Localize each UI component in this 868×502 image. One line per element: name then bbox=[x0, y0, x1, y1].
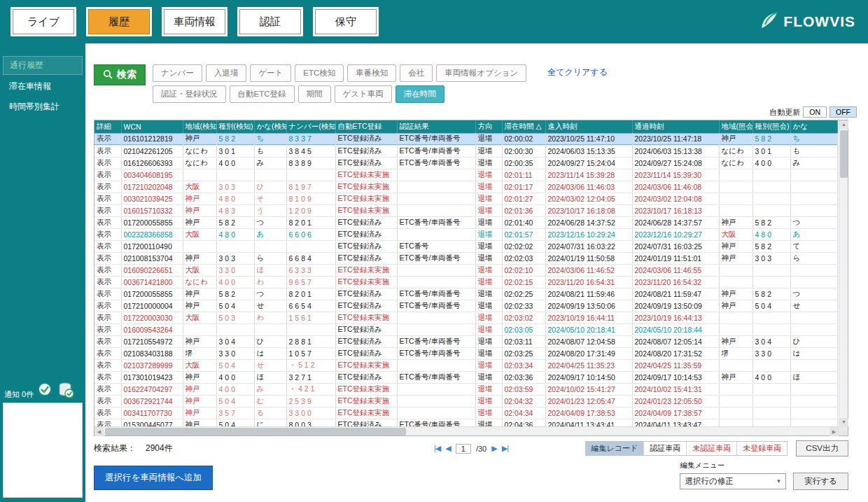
col-pass-time[interactable]: 通過時刻 bbox=[632, 120, 719, 133]
filter-button-auth-registration[interactable]: 認証・登録状況 bbox=[153, 85, 226, 103]
pager-prev-button[interactable]: ◀ bbox=[445, 444, 450, 453]
horizontal-scrollbar[interactable]: ◀ ▶ bbox=[94, 426, 839, 435]
detail-link[interactable]: 表示 bbox=[94, 276, 121, 288]
table-row[interactable]: 表示003672921744神戸504む2539ETC登録未実施退場02:04:… bbox=[94, 395, 838, 407]
col-kana-ref[interactable]: かな bbox=[790, 120, 838, 133]
filter-button-guest-vehicle[interactable]: ゲスト車両 bbox=[335, 85, 392, 103]
table-row[interactable]: 表示017200055855神戸582つ8201ETC登録済みETC番号/車両番… bbox=[94, 288, 838, 300]
filter-button-period[interactable]: 期間 bbox=[298, 85, 331, 103]
col-auth-result[interactable]: 認証結果 bbox=[397, 120, 475, 133]
add-to-vehicle-info-button[interactable]: 選択行を車両情報へ追加 bbox=[94, 466, 213, 490]
col-type-ref[interactable]: 種別(照会) bbox=[752, 120, 790, 133]
col-kana-detected[interactable]: かな(検知) bbox=[254, 120, 286, 133]
table-row[interactable]: 表示016090226651大阪330ほ6333ETC登録未実施退場02:02:… bbox=[94, 264, 838, 276]
filter-button-entry-exit[interactable]: 入退場 bbox=[206, 64, 247, 82]
table-row[interactable]: 表示002328366858大阪480あ6606ETC登録済み退場02:01:5… bbox=[94, 228, 838, 240]
table-row[interactable]: 表示017210000004神戸504せ6654ETC登録済みETC番号/車両番… bbox=[94, 300, 838, 312]
detail-link[interactable]: 表示 bbox=[94, 312, 121, 323]
table-row[interactable]: 表示016126606393なにわ400み8389ETC登録済みETC番号/車両… bbox=[94, 157, 838, 169]
filter-button-plate-detect[interactable]: 車番検知 bbox=[347, 64, 396, 82]
filter-button-auto-etc[interactable]: 自動ETC登録 bbox=[230, 85, 295, 103]
pager-last-button[interactable]: ▶| bbox=[502, 444, 508, 453]
col-direction[interactable]: 方向 bbox=[475, 120, 502, 133]
auto-refresh-off-button[interactable]: OFF bbox=[830, 106, 857, 118]
col-entry-time[interactable]: 進入時刻 bbox=[545, 120, 632, 133]
detail-link[interactable]: 表示 bbox=[94, 204, 121, 216]
detail-link[interactable]: 表示 bbox=[94, 228, 121, 240]
detail-link[interactable]: 表示 bbox=[94, 419, 121, 426]
detail-link[interactable]: 表示 bbox=[94, 252, 121, 264]
col-wcn[interactable]: WCN bbox=[121, 120, 183, 133]
table-row[interactable]: 表示017301019423神戸400ほ3271ETC登録済みETC番号/車両番… bbox=[94, 371, 838, 383]
table-row[interactable]: 表示016101212819神戸582ち8337ETC登録済みETC番号/車両番… bbox=[94, 133, 838, 145]
table-row[interactable]: 表示017200055855神戸582つ8201ETC登録済みETC番号/車両番… bbox=[94, 216, 838, 228]
detail-link[interactable]: 表示 bbox=[94, 288, 121, 300]
nav-button-maintenance[interactable]: 保守 bbox=[315, 9, 377, 34]
sidebar-item-time-aggregation[interactable]: 時間帯別集計 bbox=[3, 98, 83, 116]
table-row[interactable]: 表示021008153704神戸303ら6684ETC登録済みETC番号/車両番… bbox=[94, 252, 838, 264]
detail-link[interactable]: 表示 bbox=[94, 300, 121, 312]
table-row[interactable]: 表示003021039425神戸480そ8109ETC登録未実施退場02:01:… bbox=[94, 193, 838, 204]
detail-link[interactable]: 表示 bbox=[94, 240, 121, 252]
scroll-up-icon[interactable]: ▲ bbox=[839, 120, 848, 129]
execute-button[interactable]: 実行する bbox=[793, 473, 848, 490]
table-row[interactable]: 表示017210202048大阪303ひ8197ETC登録未実施退場02:01:… bbox=[94, 181, 838, 193]
pager-first-button[interactable]: |◀ bbox=[434, 444, 440, 453]
table-row[interactable]: 表示016224704297神戸400み・421ETC登録未実施退場02:03:… bbox=[94, 383, 838, 395]
detail-link[interactable]: 表示 bbox=[94, 347, 121, 359]
detail-link[interactable]: 表示 bbox=[94, 181, 121, 193]
col-area-detected[interactable]: 地域(検知) bbox=[183, 120, 216, 133]
table-row[interactable]: 表示017200110490ETC登録済みETC番号退場02:02:022024… bbox=[94, 240, 838, 252]
filter-button-etc-detect[interactable]: ETC検知 bbox=[295, 64, 344, 82]
detail-link[interactable]: 表示 bbox=[94, 383, 121, 395]
table-row[interactable]: 表示003671421800なにわ400わ9657ETC登録未実施退場02:02… bbox=[94, 276, 838, 288]
detail-link[interactable]: 表示 bbox=[94, 264, 121, 276]
vertical-scroll-thumb[interactable] bbox=[840, 130, 848, 178]
col-auto-etc[interactable]: 自動ETC登録 bbox=[335, 120, 397, 133]
filter-button-number[interactable]: ナンバー bbox=[153, 64, 202, 82]
scroll-left-icon[interactable]: ◀ bbox=[94, 427, 104, 436]
detail-link[interactable]: 表示 bbox=[94, 169, 121, 181]
detail-link[interactable]: 表示 bbox=[94, 407, 121, 419]
page-number-box[interactable]: 1 bbox=[456, 444, 471, 454]
sidebar-item-staying-vehicles[interactable]: 滞在車情報 bbox=[3, 78, 83, 95]
search-button[interactable]: 検索 bbox=[94, 64, 146, 85]
nav-button-live[interactable]: ライブ bbox=[13, 9, 74, 34]
scroll-right-icon[interactable]: ▶ bbox=[830, 427, 839, 436]
auto-refresh-on-button[interactable]: ON bbox=[803, 106, 827, 118]
table-row[interactable]: 表示003404608195ETC登録未実施退場02:01:112023/11/… bbox=[94, 169, 838, 181]
table-row[interactable]: 表示003411707730神戸357る3300ETC登録未実施退場02:04:… bbox=[94, 407, 838, 419]
detail-link[interactable]: 表示 bbox=[94, 145, 121, 157]
table-row[interactable]: 表示016009543264ETC登録済み退場02:03:052024/05/1… bbox=[94, 323, 838, 335]
col-type-detected[interactable]: 種別(検知) bbox=[216, 120, 254, 133]
sidebar-item-traffic-history[interactable]: 通行履歴 bbox=[3, 56, 83, 75]
detail-link[interactable]: 表示 bbox=[94, 335, 121, 347]
table-row[interactable]: 表示017210554972神戸304ひ2881ETC登録済みETC番号/車両番… bbox=[94, 335, 838, 347]
table-row[interactable]: 表示015300445077神戸504に8003ETC登録済みETC番号/車両番… bbox=[94, 419, 838, 426]
edit-menu-select[interactable]: 選択行の修正 ▼ bbox=[680, 473, 786, 489]
detail-link[interactable]: 表示 bbox=[94, 371, 121, 383]
pager-next-button[interactable]: ▶ bbox=[491, 444, 496, 453]
detail-link[interactable]: 表示 bbox=[94, 395, 121, 407]
horizontal-scroll-thumb[interactable] bbox=[105, 428, 406, 435]
col-number-detected[interactable]: ナンバー(検知) bbox=[286, 120, 335, 133]
csv-export-button[interactable]: CSV出力 bbox=[796, 440, 848, 456]
scroll-down-icon[interactable]: ▼ bbox=[839, 418, 848, 426]
filter-button-vehicle-info-option[interactable]: 車両情報オプション bbox=[436, 64, 526, 82]
detail-link[interactable]: 表示 bbox=[94, 157, 121, 169]
filter-button-gate[interactable]: ゲート bbox=[250, 64, 291, 82]
detail-link[interactable]: 表示 bbox=[94, 323, 121, 335]
col-stay-time[interactable]: 滞在時間 △ bbox=[502, 120, 545, 133]
nav-button-auth[interactable]: 認証 bbox=[239, 9, 301, 34]
nav-button-vehicle-info[interactable]: 車両情報 bbox=[164, 9, 225, 34]
table-row[interactable]: 表示021037289999大阪504せ・512ETC登録未実施退場02:03:… bbox=[94, 359, 838, 371]
col-detail[interactable]: 詳細 bbox=[94, 120, 121, 133]
detail-link[interactable]: 表示 bbox=[94, 216, 121, 228]
table-row[interactable]: 表示017220003030大阪503わ1561ETC登録未実施退場02:03:… bbox=[94, 312, 838, 323]
detail-link[interactable]: 表示 bbox=[94, 133, 121, 145]
filter-button-company[interactable]: 会社 bbox=[400, 64, 433, 82]
col-area-ref[interactable]: 地域(照会) bbox=[719, 120, 752, 133]
table-row[interactable]: 表示016015710332神戸483う1209ETC登録未実施退場02:01:… bbox=[94, 204, 838, 216]
filter-button-stay-time[interactable]: 滞在時間 bbox=[396, 85, 444, 103]
vertical-scrollbar[interactable]: ▲ ▼ bbox=[839, 120, 848, 426]
